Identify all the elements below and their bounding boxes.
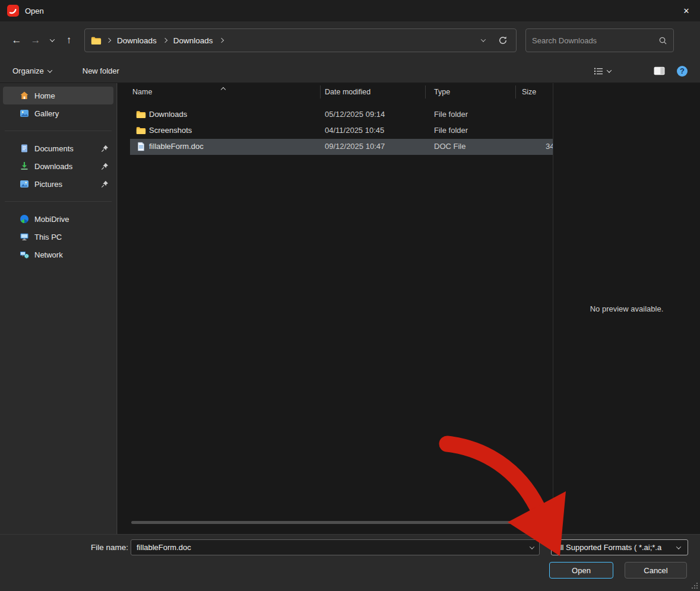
file-row[interactable]: Screenshots 04/11/2025 10:45 File folder (118, 123, 553, 139)
sidebar-item-documents[interactable]: Documents (3, 139, 113, 157)
resize-grip[interactable] (690, 581, 698, 589)
mobidrive-icon (20, 214, 29, 224)
folder-icon (136, 126, 146, 135)
view-mode-button[interactable] (594, 66, 611, 76)
sidebar-item-pictures[interactable]: Pictures (3, 175, 113, 193)
open-button[interactable]: Open (549, 562, 613, 579)
pin-icon[interactable] (101, 163, 109, 170)
preview-pane-toggle[interactable] (654, 66, 665, 75)
file-name-dropdown-chevron-icon[interactable] (525, 546, 539, 549)
sidebar-item-gallery[interactable]: Gallery (3, 104, 113, 122)
file-name-input[interactable] (131, 540, 525, 555)
sort-ascending-icon (221, 85, 225, 93)
search-icon (658, 36, 667, 45)
back-icon[interactable]: ← (7, 31, 26, 50)
sidebar-item-label: Downloads (34, 162, 72, 171)
file-size: 34 (546, 142, 553, 151)
window-title: Open (25, 7, 44, 15)
network-icon (20, 250, 29, 259)
sidebar-separator (5, 201, 112, 202)
file-name-label: File name: (24, 543, 128, 552)
recent-locations-chevron-icon[interactable] (45, 31, 59, 50)
preview-pane-icon (654, 66, 665, 75)
sidebar-item-network[interactable]: Network (3, 246, 113, 263)
pin-icon[interactable] (101, 180, 109, 188)
horizontal-scrollbar[interactable] (131, 521, 514, 524)
forward-icon[interactable]: → (26, 31, 45, 50)
close-icon[interactable]: ✕ (673, 0, 700, 21)
folder-icon (91, 36, 102, 45)
search-box (525, 28, 674, 52)
new-folder-label: New folder (83, 66, 119, 75)
breadcrumb-segment[interactable]: Downloads (116, 36, 158, 45)
file-type: File folder (434, 110, 468, 119)
file-name: fillableForm.doc (149, 142, 204, 151)
sidebar-item-home[interactable]: Home (3, 87, 113, 104)
sidebar-item-label: Documents (34, 144, 74, 153)
file-name: Downloads (149, 110, 187, 119)
column-header-type[interactable]: Type (434, 88, 450, 96)
file-type-dropdown[interactable]: All Supported Formats ( *.ai;*.a (551, 539, 688, 555)
address-bar[interactable]: Downloads Downloads (84, 28, 517, 52)
sidebar-separator (5, 131, 112, 131)
column-header-date-modified[interactable]: Date modified (325, 88, 370, 96)
new-folder-button[interactable]: New folder (83, 66, 119, 75)
column-separator[interactable] (515, 85, 516, 99)
file-date: 04/11/2025 10:45 (325, 126, 384, 135)
file-row[interactable]: Downloads 05/12/2025 09:14 File folder (118, 107, 553, 123)
column-headers: Name Date modified Type Size (118, 83, 553, 101)
sidebar-item-this-pc[interactable]: This PC (3, 228, 113, 246)
gallery-icon (20, 109, 29, 118)
sidebar-item-downloads[interactable]: Downloads (3, 157, 113, 175)
chevron-right-icon (218, 38, 223, 43)
sidebar-item-label: Network (34, 250, 63, 259)
sidebar-item-label: Pictures (34, 180, 62, 189)
chevron-down-icon (47, 68, 52, 72)
file-row-selected[interactable]: fillableForm.doc 09/12/2025 10:47 DOC Fi… (118, 139, 553, 155)
chevron-down-icon (673, 546, 684, 549)
navigation-bar: ← → ↑ Downloads Downloads (0, 21, 700, 59)
sidebar-item-label: This PC (34, 233, 62, 242)
toolbar: Organize New folder ? (0, 59, 700, 83)
file-type: File folder (434, 126, 468, 135)
search-input[interactable] (532, 36, 658, 45)
title-bar: Open ✕ (0, 0, 700, 21)
column-separator[interactable] (320, 85, 321, 99)
refresh-icon[interactable] (498, 36, 508, 45)
chevron-right-icon (163, 38, 167, 43)
this-pc-icon (20, 232, 29, 242)
sidebar-item-label: Gallery (34, 109, 59, 118)
preview-pane: No preview available. (553, 83, 700, 534)
organize-label: Organize (12, 66, 44, 75)
column-header-size[interactable]: Size (522, 88, 536, 96)
open-dialog: Open ✕ ← → ↑ Downloads Downloads (0, 0, 700, 591)
preview-empty-text: No preview available. (590, 304, 664, 313)
folder-icon (136, 110, 146, 119)
address-dropdown-chevron-icon[interactable] (481, 37, 486, 42)
column-header-name[interactable]: Name (132, 88, 152, 96)
file-date: 09/12/2025 10:47 (325, 142, 385, 151)
help-icon[interactable]: ? (677, 66, 688, 77)
file-type-value: All Supported Formats ( *.ai;*.a (555, 543, 673, 552)
up-icon[interactable]: ↑ (59, 31, 78, 50)
doc-file-icon (136, 142, 146, 151)
sidebar-item-label: MobiDrive (34, 215, 69, 224)
file-list: Name Date modified Type Size Downloads 0… (118, 83, 553, 534)
chevron-right-icon (106, 38, 111, 43)
file-name: Screenshots (149, 126, 192, 135)
sidebar: Home Gallery Documents (0, 83, 117, 534)
file-name-field (131, 539, 540, 555)
pin-icon[interactable] (101, 145, 109, 152)
home-icon (20, 91, 29, 100)
sidebar-item-label: Home (34, 91, 55, 100)
footer: File name: All Supported Formats ( *.ai;… (0, 534, 700, 591)
downloads-icon (20, 161, 29, 171)
breadcrumb-segment[interactable]: Downloads (172, 36, 214, 45)
organize-button[interactable]: Organize (12, 66, 52, 75)
app-logo-icon (7, 5, 19, 17)
sidebar-item-mobidrive[interactable]: MobiDrive (3, 210, 113, 228)
main-area: Home Gallery Documents (0, 83, 700, 534)
column-separator[interactable] (425, 85, 426, 99)
cancel-button[interactable]: Cancel (625, 562, 687, 579)
file-date: 05/12/2025 09:14 (325, 110, 385, 119)
